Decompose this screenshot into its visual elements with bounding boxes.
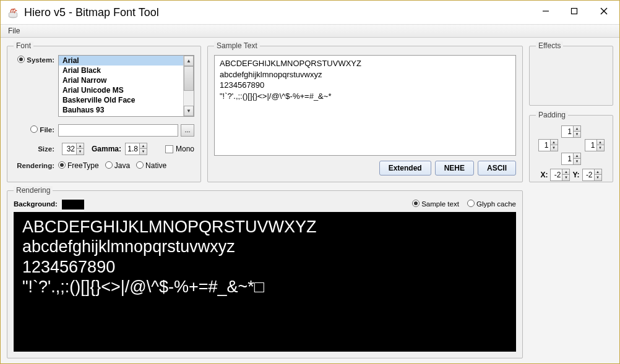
spinner-up-icon[interactable]: ▲ <box>574 126 580 132</box>
app-icon <box>7 6 19 19</box>
radio-icon <box>17 56 25 63</box>
spinner-down-icon[interactable]: ▼ <box>562 175 569 180</box>
minimize-button[interactable] <box>532 2 560 20</box>
spinner-down-icon[interactable]: ▼ <box>574 159 580 164</box>
sample-textarea[interactable]: ABCDEFGHIJKLMNOPQRSTUVWXYZ abcdefghijklm… <box>214 55 516 156</box>
spinner-up-icon[interactable]: ▲ <box>595 169 601 175</box>
sample-legend: Sample Text <box>214 41 260 50</box>
pad-y-spinner[interactable]: ▲▼ <box>582 169 602 181</box>
size-spinner[interactable]: ▲▼ <box>62 143 84 155</box>
radio-system[interactable]: System: <box>17 56 54 64</box>
background-swatch[interactable] <box>62 200 84 210</box>
spinner-down-icon[interactable]: ▼ <box>551 145 558 151</box>
rendering-legend: Rendering <box>14 186 53 195</box>
padding-panel: Padding ▲▼ ▲▼ ▲▼ <box>529 111 613 182</box>
ascii-button[interactable]: ASCII <box>478 161 516 176</box>
gamma-spinner[interactable]: ▲▼ <box>125 143 147 155</box>
spinner-up-icon[interactable]: ▲ <box>551 140 558 145</box>
radio-java[interactable]: Java <box>105 161 130 170</box>
menubar: File <box>1 24 619 38</box>
rendering-panel: Rendering Background: Sample text Glyph … <box>7 186 523 358</box>
background-label: Background: <box>14 200 58 208</box>
scroll-down-icon[interactable]: ▼ <box>184 106 194 116</box>
scroll-thumb[interactable] <box>184 66 194 91</box>
radio-sample-text[interactable]: Sample text <box>412 200 459 208</box>
font-item[interactable]: Arial Black <box>59 66 183 75</box>
font-file-input[interactable] <box>58 124 178 137</box>
checkbox-icon <box>165 145 173 153</box>
pad-y-label: Y: <box>572 171 579 179</box>
content-area: Font System: Arial Arial Black Arial Nar… <box>1 38 619 363</box>
radio-icon <box>412 200 420 207</box>
browse-button[interactable]: ... <box>181 124 194 137</box>
effects-legend: Effects <box>536 41 563 50</box>
pad-x-label: X: <box>540 171 548 179</box>
font-item[interactable]: Arial Unicode MS <box>59 85 183 95</box>
font-item[interactable]: Bauhaus 93 <box>59 105 183 115</box>
font-list-scrollbar[interactable]: ▲ ▼ <box>183 56 194 116</box>
pad-bottom-input[interactable] <box>562 153 573 164</box>
sample-text-panel: Sample Text ABCDEFGHIJKLMNOPQRSTUVWXYZ a… <box>207 41 523 182</box>
radio-file[interactable]: File: <box>30 126 54 133</box>
spinner-down-icon[interactable]: ▼ <box>574 132 580 137</box>
size-label: Size: <box>14 145 58 153</box>
pad-right-input[interactable] <box>585 140 596 151</box>
scroll-up-icon[interactable]: ▲ <box>184 56 194 66</box>
font-panel: Font System: Arial Arial Black Arial Nar… <box>7 41 201 182</box>
spinner-up-icon[interactable]: ▲ <box>574 153 580 159</box>
spinner-down-icon[interactable]: ▼ <box>597 145 604 151</box>
radio-icon <box>136 161 144 169</box>
radio-glyph-cache[interactable]: Glyph cache <box>467 200 516 208</box>
svg-rect-2 <box>572 9 577 14</box>
titlebar: Hiero v5 - Bitmap Font Tool <box>1 1 619 24</box>
font-item[interactable]: Arial <box>59 56 183 66</box>
mono-checkbox[interactable]: Mono <box>165 145 194 153</box>
pad-top-spinner[interactable]: ▲▼ <box>561 125 581 138</box>
effects-panel: Effects <box>529 41 613 106</box>
font-item[interactable]: Baskerville Old Face <box>59 95 183 105</box>
pad-x-spinner[interactable]: ▲▼ <box>550 169 570 181</box>
radio-native[interactable]: Native <box>136 161 166 170</box>
maximize-button[interactable] <box>560 2 588 20</box>
font-listbox[interactable]: Arial Arial Black Arial Narrow Arial Uni… <box>58 55 194 117</box>
scroll-track[interactable] <box>184 91 194 106</box>
rendering-preview: ABCDEFGHIJKLMNOPQRSTUVWXYZ abcdefghijklm… <box>14 212 516 352</box>
spinner-up-icon[interactable]: ▲ <box>562 169 569 175</box>
gamma-input[interactable] <box>126 143 139 154</box>
close-button[interactable] <box>588 2 619 20</box>
spinner-down-icon[interactable]: ▼ <box>77 149 84 154</box>
radio-icon <box>58 161 66 169</box>
spinner-up-icon[interactable]: ▲ <box>77 143 84 149</box>
spinner-down-icon[interactable]: ▼ <box>140 149 147 154</box>
padding-legend: Padding <box>536 111 568 119</box>
spinner-up-icon[interactable]: ▲ <box>140 143 147 149</box>
pad-bottom-spinner[interactable]: ▲▼ <box>561 153 581 165</box>
rendering-label: Rendering: <box>14 162 58 169</box>
spinner-down-icon[interactable]: ▼ <box>595 175 601 180</box>
radio-icon <box>105 161 113 169</box>
size-input[interactable] <box>62 143 76 154</box>
radio-icon <box>467 200 475 207</box>
spinner-up-icon[interactable]: ▲ <box>597 140 604 145</box>
window-title: Hiero v5 - Bitmap Font Tool <box>24 6 532 19</box>
radio-freetype[interactable]: FreeType <box>58 161 99 170</box>
pad-left-input[interactable] <box>539 140 550 151</box>
radio-icon <box>30 125 38 133</box>
font-legend: Font <box>14 41 33 50</box>
font-item[interactable]: Arial Narrow <box>59 75 183 85</box>
pad-x-input[interactable] <box>551 169 562 180</box>
extended-button[interactable]: Extended <box>379 161 431 176</box>
pad-right-spinner[interactable]: ▲▼ <box>585 139 605 151</box>
nehe-button[interactable]: NEHE <box>435 161 474 176</box>
pad-left-spinner[interactable]: ▲▼ <box>538 139 558 151</box>
menu-file[interactable]: File <box>4 25 24 36</box>
pad-top-input[interactable] <box>562 126 573 137</box>
pad-y-input[interactable] <box>583 169 594 180</box>
gamma-label: Gamma: <box>92 145 121 153</box>
